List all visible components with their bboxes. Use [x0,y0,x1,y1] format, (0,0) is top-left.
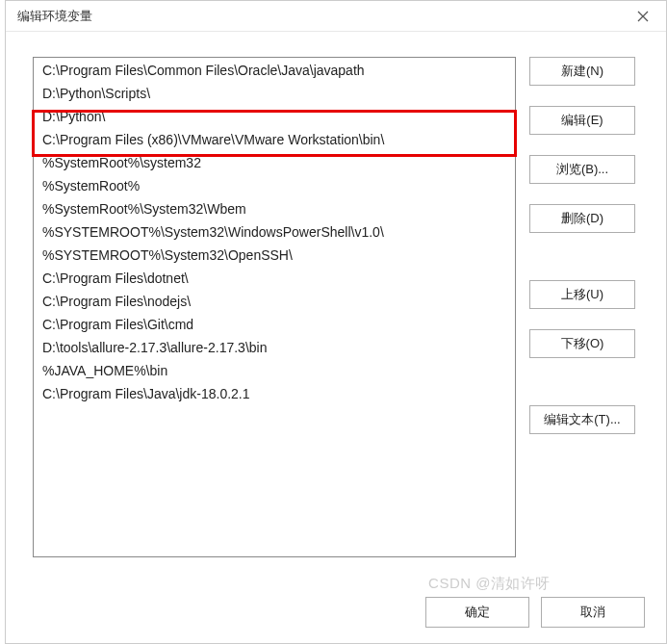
watermark-text: CSDN @清如许呀 [428,575,551,593]
list-item[interactable]: D:\tools\allure-2.17.3\allure-2.17.3\bin [35,336,514,359]
dialog-title: 编辑环境变量 [17,8,92,25]
close-icon[interactable] [628,5,658,28]
path-listbox[interactable]: C:\Program Files\Common Files\Oracle\Jav… [33,57,516,557]
list-item[interactable]: C:\Program Files\dotnet\ [35,267,514,290]
list-item[interactable]: %JAVA_HOME%\bin [35,359,514,382]
list-item[interactable]: C:\Program Files\nodejs\ [35,290,514,313]
list-item[interactable]: D:\Python\ [35,105,514,128]
list-item[interactable]: C:\Program Files\Java\jdk-18.0.2.1 [35,382,514,405]
list-item[interactable]: %SystemRoot%\System32\Wbem [35,197,514,220]
list-item[interactable]: %SystemRoot%\system32 [35,151,514,174]
titlebar: 编辑环境变量 [6,1,666,32]
move-up-button[interactable]: 上移(U) [529,280,635,309]
cancel-button[interactable]: 取消 [541,597,645,628]
edit-text-button[interactable]: 编辑文本(T)... [529,405,635,434]
list-item[interactable]: C:\Program Files\Common Files\Oracle\Jav… [35,59,514,82]
browse-button[interactable]: 浏览(B)... [529,155,635,184]
move-down-button[interactable]: 下移(O) [529,329,635,358]
list-item[interactable]: C:\Program Files\Git\cmd [35,313,514,336]
env-var-dialog: 编辑环境变量 C:\Program Files\Common Files\Ora… [5,0,667,644]
list-item[interactable]: D:\Python\Scripts\ [35,82,514,105]
new-button[interactable]: 新建(N) [529,57,635,86]
side-button-panel: 新建(N) 编辑(E) 浏览(B)... 删除(D) 上移(U) 下移(O) 编… [529,57,635,557]
list-item[interactable]: %SYSTEMROOT%\System32\WindowsPowerShell\… [35,220,514,244]
list-item[interactable]: C:\Program Files (x86)\VMware\VMware Wor… [35,128,514,151]
delete-button[interactable]: 删除(D) [529,204,635,233]
dialog-footer: 确定 取消 [425,597,645,628]
list-item[interactable]: %SYSTEMROOT%\System32\OpenSSH\ [35,244,514,267]
edit-button[interactable]: 编辑(E) [529,106,635,135]
list-item[interactable]: %SystemRoot% [35,174,514,197]
ok-button[interactable]: 确定 [425,597,529,628]
